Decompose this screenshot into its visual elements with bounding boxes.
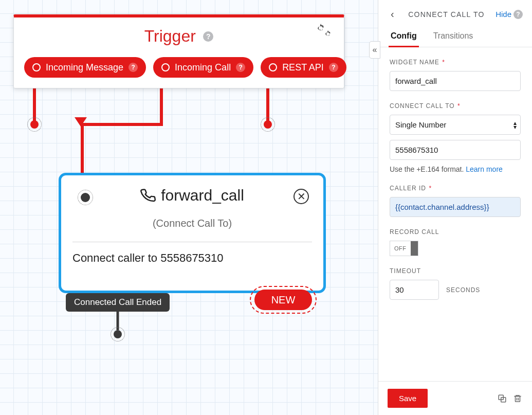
trigger-output-label: Incoming Message <box>46 62 123 73</box>
field-label-widget-name: WIDGET NAME * <box>390 59 521 66</box>
input-port[interactable] <box>78 190 93 205</box>
hide-panel-link[interactable]: Hide <box>496 10 511 19</box>
panel-help-icon[interactable]: ? <box>513 9 523 19</box>
widget-name: forward_call <box>161 187 244 204</box>
toggle-knob-icon <box>411 241 418 256</box>
tab-transitions[interactable]: Transitions <box>432 26 474 47</box>
output-port-icon[interactable] <box>161 63 170 71</box>
trigger-output-label: Incoming Call <box>175 62 231 73</box>
connector-endpoint[interactable] <box>261 117 275 132</box>
flow-widget-forward-call[interactable]: forward_call ✕ (Connect Call To) Connect… <box>59 173 326 293</box>
pill-help-icon[interactable]: ? <box>129 63 138 72</box>
toggle-state-label: OFF <box>390 245 411 251</box>
field-label-caller-id: CALLER ID * <box>390 185 521 192</box>
widget-output-label: Connected Call Ended <box>74 297 161 307</box>
connect-to-number-input[interactable] <box>390 140 521 160</box>
widget-description: Connect caller to 5558675310 <box>72 251 312 265</box>
svg-rect-2 <box>516 396 520 402</box>
output-port-icon[interactable] <box>269 63 277 71</box>
trigger-output-incoming-call[interactable]: Incoming Call ? <box>153 57 253 78</box>
pill-help-icon[interactable]: ? <box>329 63 338 72</box>
tab-config[interactable]: Config <box>390 26 418 47</box>
timeout-units-label: SECONDS <box>446 286 480 294</box>
output-port-icon[interactable] <box>32 63 41 71</box>
widget-subtitle: (Connect Call To) <box>72 218 312 229</box>
connect-to-hint: Use the +E.164 format. Learn more <box>390 165 521 173</box>
trash-icon[interactable] <box>512 393 523 404</box>
trigger-help-icon[interactable]: ? <box>203 31 213 42</box>
connector-arrow-icon <box>75 117 87 127</box>
trigger-output-rest-api[interactable]: REST API ? <box>261 57 346 78</box>
widget-name-input[interactable] <box>390 71 521 91</box>
panel-title: CONNECT CALL TO <box>397 10 496 19</box>
field-label-record-call: RECORD CALL <box>390 228 521 236</box>
connector-endpoint[interactable] <box>27 117 42 132</box>
inspector-panel: « ‹ CONNECT CALL TO Hide ? Config Transi… <box>378 0 532 415</box>
learn-more-link[interactable]: Learn more <box>466 165 503 173</box>
back-button[interactable]: ‹ <box>388 7 397 21</box>
field-label-timeout: TIMEOUT <box>390 267 521 275</box>
pill-help-icon[interactable]: ? <box>236 63 245 72</box>
duplicate-icon[interactable] <box>497 393 507 404</box>
collapse-panel-button[interactable]: « <box>369 41 380 59</box>
caller-id-input[interactable] <box>390 197 521 217</box>
close-icon[interactable]: ✕ <box>293 189 309 204</box>
add-transition-button[interactable]: NEW <box>250 286 317 314</box>
connect-to-select[interactable] <box>390 115 521 135</box>
trigger-output-incoming-message[interactable]: Incoming Message ? <box>24 57 146 78</box>
record-call-toggle[interactable]: OFF <box>390 241 418 256</box>
field-label-connect-to: CONNECT CALL TO * <box>390 102 521 110</box>
widget-output-connected-call-ended[interactable]: Connected Call Ended <box>66 293 170 312</box>
gear-icon[interactable] <box>314 24 334 43</box>
trigger-output-label: REST API <box>282 62 324 73</box>
new-button[interactable]: NEW <box>254 290 312 310</box>
divider <box>72 242 312 242</box>
timeout-input[interactable] <box>390 280 439 300</box>
trigger-title: Trigger <box>144 27 196 46</box>
trigger-card[interactable]: Trigger ? Incoming Message ? Incoming Ca… <box>13 14 344 88</box>
connector-endpoint[interactable] <box>111 327 125 341</box>
panel-tabs: Config Transitions <box>378 26 532 47</box>
save-button[interactable]: Save <box>388 389 428 408</box>
phone-icon <box>139 187 157 204</box>
